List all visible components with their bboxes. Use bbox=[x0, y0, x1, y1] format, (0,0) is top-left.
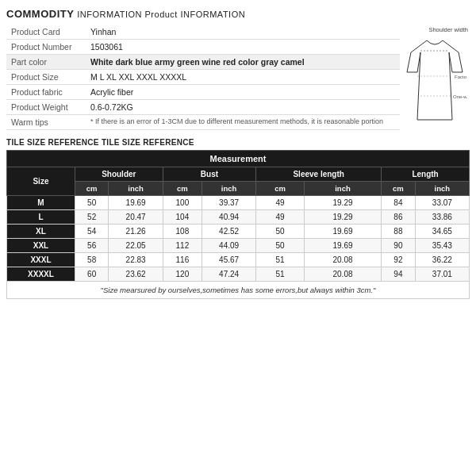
sleeve-header: Sleeve length bbox=[256, 167, 382, 182]
bust-cm: cm bbox=[163, 182, 202, 196]
table-cell: XXXL bbox=[7, 253, 75, 267]
table-cell: 45.67 bbox=[202, 253, 256, 267]
table-cell: 47.24 bbox=[202, 267, 256, 282]
table-cell: 49 bbox=[256, 210, 305, 225]
tile-ref-header: TILE SIZE REFERENCE TILE SIZE REFERENCE bbox=[6, 138, 470, 147]
product-info-row: Product fabricAcrylic fiber bbox=[6, 85, 400, 100]
product-value: 1503061 bbox=[86, 40, 400, 55]
top-section: Product CardYinhanProduct Number1503061P… bbox=[6, 25, 470, 133]
table-cell: 40.94 bbox=[202, 210, 256, 225]
page-wrapper: COMMODITY INFORMATION Product INFORMATIO… bbox=[0, 0, 476, 307]
table-row: L5220.4710440.944919.298633.86 bbox=[7, 210, 470, 225]
table-cell: 56 bbox=[75, 239, 109, 253]
table-cell: 92 bbox=[382, 253, 416, 267]
shoulder-inch: inch bbox=[109, 182, 163, 196]
table-cell: 39.37 bbox=[202, 196, 256, 210]
table-cell: 19.69 bbox=[304, 239, 381, 253]
svg-text:Factory bust: Factory bust bbox=[455, 75, 466, 79]
col-group-header: Size Shoulder Bust Sleeve length Length bbox=[7, 167, 470, 182]
commodity-header: COMMODITY INFORMATION Product INFORMATIO… bbox=[6, 8, 470, 20]
sleeve-inch: inch bbox=[304, 182, 381, 196]
bust-header: Bust bbox=[163, 167, 256, 182]
table-cell: 21.26 bbox=[109, 225, 163, 239]
table-row: XL5421.2610842.525019.698834.65 bbox=[7, 225, 470, 239]
shoulder-width-label: Shoulder width bbox=[400, 26, 470, 33]
table-cell: 20.08 bbox=[304, 253, 381, 267]
table-cell: 19.69 bbox=[109, 196, 163, 210]
table-cell: 49 bbox=[256, 196, 305, 210]
length-header: Length bbox=[382, 167, 470, 182]
table-cell: 22.83 bbox=[109, 253, 163, 267]
table-cell: 20.08 bbox=[304, 267, 381, 282]
table-row: XXXXL6023.6212047.245120.089437.01 bbox=[7, 267, 470, 282]
product-value: White dark blue army green wine red colo… bbox=[86, 55, 400, 70]
table-cell: 86 bbox=[382, 210, 416, 225]
product-info-row: Warm tips* If there is an error of 1-3CM… bbox=[6, 115, 400, 130]
product-info-wrapper: Product CardYinhanProduct Number1503061P… bbox=[6, 25, 400, 133]
bust-inch: inch bbox=[202, 182, 256, 196]
table-row: M5019.6910039.374919.298433.07 bbox=[7, 196, 470, 210]
product-info-row: Product CardYinhan bbox=[6, 25, 400, 40]
table-cell: L bbox=[7, 210, 75, 225]
product-label: Product fabric bbox=[6, 85, 86, 100]
product-info-row: Product SizeM L XL XXL XXXL XXXXL bbox=[6, 70, 400, 85]
diagram-wrapper: Shoulder width bbox=[400, 25, 470, 133]
table-cell: 112 bbox=[163, 239, 202, 253]
table-cell: 50 bbox=[256, 239, 305, 253]
table-title: Measurement bbox=[7, 151, 470, 167]
size-header: Size bbox=[7, 167, 75, 196]
svg-line-1 bbox=[443, 40, 459, 52]
product-label: Product Size bbox=[6, 70, 86, 85]
table-cell: 51 bbox=[256, 267, 305, 282]
product-label: Warm tips bbox=[6, 115, 86, 130]
garment-diagram: Factory bust One-waist upbust bbox=[403, 36, 466, 124]
table-cell: 51 bbox=[256, 253, 305, 267]
table-cell: 19.29 bbox=[304, 196, 381, 210]
footnote: "Size mearsured by ourselves,sometimes h… bbox=[6, 282, 470, 299]
length-inch: inch bbox=[415, 182, 469, 196]
table-cell: 33.07 bbox=[415, 196, 469, 210]
table-cell: XXL bbox=[7, 239, 75, 253]
table-cell: 120 bbox=[163, 267, 202, 282]
table-cell: 44.09 bbox=[202, 239, 256, 253]
table-cell: 60 bbox=[75, 267, 109, 282]
product-info-row: Product Number1503061 bbox=[6, 40, 400, 55]
table-cell: 20.47 bbox=[109, 210, 163, 225]
table-cell: 90 bbox=[382, 239, 416, 253]
table-row: XXL5622.0511244.095019.699035.43 bbox=[7, 239, 470, 253]
product-value: Yinhan bbox=[86, 25, 400, 40]
table-cell: 52 bbox=[75, 210, 109, 225]
product-info-row: Part colorWhite dark blue army green win… bbox=[6, 55, 400, 70]
shoulder-header: Shoulder bbox=[75, 167, 163, 182]
table-cell: 108 bbox=[163, 225, 202, 239]
product-value: M L XL XXL XXXL XXXXL bbox=[86, 70, 400, 85]
product-value: * If there is an error of 1-3CM due to d… bbox=[86, 115, 400, 130]
table-cell: 58 bbox=[75, 253, 109, 267]
sub-header-row: cm inch cm inch cm inch cm inch bbox=[7, 182, 470, 196]
product-label: Product Card bbox=[6, 25, 86, 40]
shoulder-cm: cm bbox=[75, 182, 109, 196]
table-cell: 88 bbox=[382, 225, 416, 239]
table-cell: 42.52 bbox=[202, 225, 256, 239]
table-cell: XL bbox=[7, 225, 75, 239]
table-row: XXXL5822.8311645.675120.089236.22 bbox=[7, 253, 470, 267]
table-cell: 37.01 bbox=[415, 267, 469, 282]
commodity-title: COMMODITY bbox=[6, 8, 74, 20]
product-info-row: Product Weight0.6-0.72KG bbox=[6, 100, 400, 115]
table-cell: 33.86 bbox=[415, 210, 469, 225]
product-label: Product Number bbox=[6, 40, 86, 55]
table-cell: 50 bbox=[75, 196, 109, 210]
table-cell: 116 bbox=[163, 253, 202, 267]
table-cell: M bbox=[7, 196, 75, 210]
product-label: Product Weight bbox=[6, 100, 86, 115]
table-cell: 50 bbox=[256, 225, 305, 239]
table-cell: 104 bbox=[163, 210, 202, 225]
table-cell: 36.22 bbox=[415, 253, 469, 267]
table-cell: 84 bbox=[382, 196, 416, 210]
table-cell: 100 bbox=[163, 196, 202, 210]
product-info-table: Product CardYinhanProduct Number1503061P… bbox=[6, 25, 400, 130]
table-cell: 22.05 bbox=[109, 239, 163, 253]
table-cell: XXXXL bbox=[7, 267, 75, 282]
product-value: Acrylic fiber bbox=[86, 85, 400, 100]
svg-line-2 bbox=[407, 52, 411, 72]
